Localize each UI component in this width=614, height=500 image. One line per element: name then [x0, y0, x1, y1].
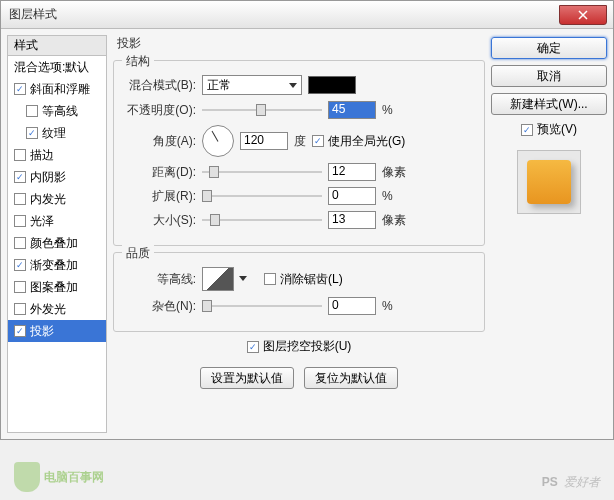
close-button[interactable] — [559, 5, 607, 25]
style-item[interactable]: 内阴影 — [8, 166, 106, 188]
style-item[interactable]: 图案叠加 — [8, 276, 106, 298]
checkbox-icon — [14, 171, 26, 183]
style-item-label: 外发光 — [30, 301, 66, 318]
action-panel: 确定 取消 新建样式(W)... 预览(V) — [491, 35, 607, 433]
titlebar: 图层样式 — [1, 1, 613, 29]
style-item[interactable]: 描边 — [8, 144, 106, 166]
reset-default-button[interactable]: 复位为默认值 — [304, 367, 398, 389]
set-default-button[interactable]: 设置为默认值 — [200, 367, 294, 389]
style-item[interactable]: 渐变叠加 — [8, 254, 106, 276]
style-item-label: 等高线 — [42, 103, 78, 120]
size-slider[interactable] — [202, 212, 322, 228]
angle-dial[interactable] — [202, 125, 234, 157]
distance-slider[interactable] — [202, 164, 322, 180]
styles-header: 样式 — [8, 36, 106, 56]
contour-label: 等高线: — [124, 271, 196, 288]
style-item-label: 图案叠加 — [30, 279, 78, 296]
checkbox-icon — [14, 325, 26, 337]
distance-input[interactable]: 12 — [328, 163, 376, 181]
spread-slider[interactable] — [202, 188, 322, 204]
cancel-button[interactable]: 取消 — [491, 65, 607, 87]
spread-input[interactable]: 0 — [328, 187, 376, 205]
style-item-label: 纹理 — [42, 125, 66, 142]
content: 样式 混合选项:默认 斜面和浮雕等高线纹理描边内阴影内发光光泽颜色叠加渐变叠加图… — [1, 29, 613, 439]
new-style-button[interactable]: 新建样式(W)... — [491, 93, 607, 115]
style-item[interactable]: 光泽 — [8, 210, 106, 232]
distance-label: 距离(D): — [124, 164, 196, 181]
blend-mode-dropdown[interactable]: 正常 — [202, 75, 302, 95]
style-item[interactable]: 外发光 — [8, 298, 106, 320]
style-item[interactable]: 等高线 — [8, 100, 106, 122]
styles-list: 样式 混合选项:默认 斜面和浮雕等高线纹理描边内阴影内发光光泽颜色叠加渐变叠加图… — [7, 35, 107, 433]
style-item-label: 内阴影 — [30, 169, 66, 186]
blend-mode-label: 混合模式(B): — [124, 77, 196, 94]
preview-thumbnail — [517, 150, 581, 214]
shield-icon — [14, 462, 40, 492]
checkbox-icon — [14, 281, 26, 293]
angle-input[interactable]: 120 — [240, 132, 288, 150]
checkbox-icon — [14, 259, 26, 271]
layer-style-dialog: 图层样式 样式 混合选项:默认 斜面和浮雕等高线纹理描边内阴影内发光光泽颜色叠加… — [0, 0, 614, 440]
opacity-slider[interactable] — [202, 102, 322, 118]
settings-panel: 投影 结构 混合模式(B): 正常 不透明度(O): 45 % — [113, 35, 485, 433]
checkbox-icon — [26, 105, 38, 117]
ok-button[interactable]: 确定 — [491, 37, 607, 59]
size-label: 大小(S): — [124, 212, 196, 229]
section-title: 投影 — [113, 35, 485, 52]
checkbox-icon — [247, 341, 259, 353]
contour-picker[interactable] — [202, 267, 234, 291]
structure-legend: 结构 — [122, 53, 154, 70]
watermark: 电脑百事网 PS 爱好者 — [0, 462, 614, 492]
noise-slider[interactable] — [202, 298, 322, 314]
style-item-label: 渐变叠加 — [30, 257, 78, 274]
spread-label: 扩展(R): — [124, 188, 196, 205]
style-item[interactable]: 投影 — [8, 320, 106, 342]
opacity-label: 不透明度(O): — [124, 102, 196, 119]
style-item-label: 描边 — [30, 147, 54, 164]
noise-input[interactable]: 0 — [328, 297, 376, 315]
chevron-down-icon — [289, 83, 297, 88]
checkbox-icon — [14, 237, 26, 249]
style-item-label: 颜色叠加 — [30, 235, 78, 252]
angle-label: 角度(A): — [124, 133, 196, 150]
checkbox-icon — [14, 149, 26, 161]
checkbox-icon — [264, 273, 276, 285]
preview-checkbox[interactable]: 预览(V) — [491, 121, 607, 138]
checkbox-icon — [14, 215, 26, 227]
antialias-checkbox[interactable]: 消除锯齿(L) — [264, 271, 343, 288]
quality-fieldset: 品质 等高线: 消除锯齿(L) 杂色(N): 0 % — [113, 252, 485, 332]
checkbox-icon — [14, 83, 26, 95]
close-icon — [578, 10, 588, 20]
style-item-label: 内发光 — [30, 191, 66, 208]
checkbox-icon — [14, 193, 26, 205]
blend-options-item[interactable]: 混合选项:默认 — [8, 56, 106, 78]
knockout-checkbox[interactable]: 图层挖空投影(U) — [247, 338, 352, 355]
style-item-label: 斜面和浮雕 — [30, 81, 90, 98]
size-input[interactable]: 13 — [328, 211, 376, 229]
checkbox-icon — [14, 303, 26, 315]
shadow-color-swatch[interactable] — [308, 76, 356, 94]
checkbox-icon — [312, 135, 324, 147]
style-item[interactable]: 纹理 — [8, 122, 106, 144]
style-item[interactable]: 内发光 — [8, 188, 106, 210]
global-light-checkbox[interactable]: 使用全局光(G) — [312, 133, 405, 150]
noise-label: 杂色(N): — [124, 298, 196, 315]
window-title: 图层样式 — [9, 6, 57, 23]
structure-fieldset: 结构 混合模式(B): 正常 不透明度(O): 45 % 角度(A): — [113, 60, 485, 246]
style-item[interactable]: 颜色叠加 — [8, 232, 106, 254]
checkbox-icon — [521, 124, 533, 136]
quality-legend: 品质 — [122, 245, 154, 262]
style-item-label: 投影 — [30, 323, 54, 340]
opacity-input[interactable]: 45 — [328, 101, 376, 119]
style-item-label: 光泽 — [30, 213, 54, 230]
checkbox-icon — [26, 127, 38, 139]
style-item[interactable]: 斜面和浮雕 — [8, 78, 106, 100]
